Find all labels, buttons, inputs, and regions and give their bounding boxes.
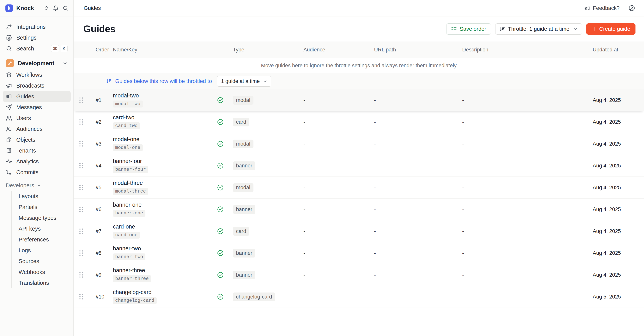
sidebar-item-api-keys[interactable]: API keys [17, 223, 71, 234]
guide-name[interactable]: banner-one [113, 202, 217, 208]
guide-name[interactable]: changelog-card [113, 289, 217, 295]
logo-letter: k [8, 5, 10, 11]
sidebar-item-label: Analytics [16, 158, 39, 165]
drag-handle-icon[interactable] [80, 294, 83, 300]
drag-handle-icon[interactable] [80, 163, 83, 168]
feedback-button[interactable]: Feedback? [584, 5, 620, 11]
shortcut-key-k: K [60, 45, 68, 52]
sidebar-item-layouts[interactable]: Layouts [17, 191, 71, 202]
sidebar-item-messages[interactable]: Messages [3, 102, 71, 113]
column-header-name-key: Name/Key [113, 47, 217, 53]
bell-icon[interactable] [53, 5, 59, 11]
order-cell: #7 [90, 228, 113, 234]
guide-name[interactable]: banner-four [113, 158, 217, 164]
sidebar-item-settings[interactable]: Settings [3, 32, 71, 43]
chevrons-up-down-icon[interactable] [44, 5, 49, 11]
updated-at-cell: Aug 4, 2025 [590, 163, 644, 169]
table-row[interactable]: #5 modal-threemodal-three modal - - - Au… [74, 177, 644, 198]
search-icon[interactable] [62, 5, 68, 11]
sidebar-item-commits[interactable]: Commits [3, 167, 71, 178]
table-row[interactable]: #4 banner-fourbanner-four banner - - - A… [74, 155, 644, 177]
table-row[interactable]: #7 card-onecard-one card - - - Aug 4, 20… [74, 220, 644, 242]
chevron-down-icon [263, 79, 268, 84]
url-path-cell: - [372, 97, 460, 103]
guide-name[interactable]: card-one [113, 224, 217, 229]
sidebar-item-analytics[interactable]: Analytics [3, 156, 71, 167]
environment-name: Development [18, 60, 54, 66]
audience-cell: - [301, 119, 372, 125]
sidebar-item-logs[interactable]: Logs [17, 245, 71, 256]
drag-handle-icon[interactable] [80, 141, 83, 147]
copy-pages-icon [6, 137, 12, 143]
updated-at-cell: Aug 4, 2025 [590, 141, 644, 147]
status-check-circle-icon [217, 140, 224, 147]
sidebar-item-users[interactable]: Users [3, 113, 71, 124]
chevron-down-icon [573, 26, 578, 31]
throttle-dropdown-button[interactable]: Throttle: 1 guide at a time [495, 23, 582, 35]
sidebar-item-audiences[interactable]: Audiences [3, 124, 71, 134]
sort-descending-icon [499, 26, 505, 32]
audience-cell: - [301, 272, 372, 278]
gear-icon [6, 35, 12, 41]
table-row[interactable]: #9 banner-threebanner-three banner - - -… [74, 264, 644, 286]
sidebar-item-integrations[interactable]: Integrations [3, 21, 71, 32]
drag-handle-icon[interactable] [80, 207, 83, 212]
sidebar-item-webhooks[interactable]: Webhooks [17, 267, 71, 277]
status-check-circle-icon [217, 162, 224, 169]
sidebar-item-guides[interactable]: Guides [3, 91, 71, 102]
sidebar-item-preferences[interactable]: Preferences [17, 234, 71, 245]
type-badge: card [233, 227, 250, 236]
sidebar-item-sources[interactable]: Sources [17, 256, 71, 267]
description-cell: - [460, 185, 590, 191]
workspace-header: k Knock [0, 0, 74, 16]
sidebar-item-broadcasts[interactable]: Broadcasts [3, 80, 71, 91]
drag-handle-icon[interactable] [80, 119, 83, 125]
drag-handle-icon[interactable] [80, 97, 83, 103]
sidebar-item-label: Webhooks [18, 269, 45, 275]
guide-name[interactable]: modal-three [113, 180, 217, 186]
guide-name[interactable]: banner-two [113, 246, 217, 251]
arrows-exchange-icon [6, 24, 12, 30]
sidebar-item-workflows[interactable]: Workflows [3, 69, 71, 80]
guide-name[interactable]: modal-two [113, 93, 217, 98]
drag-handle-icon[interactable] [80, 250, 83, 256]
sidebar-item-translations[interactable]: Translations [17, 277, 71, 288]
guide-name[interactable]: modal-one [113, 137, 217, 142]
drag-handle-icon[interactable] [80, 228, 83, 234]
sidebar-item-label: Broadcasts [16, 83, 44, 89]
environment-switcher[interactable]: Development [3, 57, 71, 69]
topbar-breadcrumb: Guides [84, 5, 101, 11]
create-guide-button[interactable]: Create guide [586, 23, 636, 35]
guide-key: banner-one [113, 210, 146, 217]
sidebar-item-label: Guides [16, 93, 34, 100]
sidebar-item-message-types[interactable]: Message types [17, 212, 71, 223]
developers-section-toggle[interactable]: Developers [3, 180, 71, 190]
table-row[interactable]: #1 modal-twomodal-two modal - - - Aug 4,… [74, 89, 644, 111]
type-badge: banner [233, 271, 256, 279]
save-order-button[interactable]: Save order [446, 23, 491, 35]
sidebar-item-partials[interactable]: Partials [17, 202, 71, 212]
sidebar-item-label: Messages [16, 104, 42, 111]
guide-key: card-one [113, 232, 140, 239]
sidebar-item-tenants[interactable]: Tenants [3, 145, 71, 156]
order-cell: #5 [90, 185, 113, 191]
table-row[interactable]: #8 banner-twobanner-two banner - - - Aug… [74, 242, 644, 264]
megaphone-icon [6, 83, 12, 89]
table-row[interactable]: #6 banner-onebanner-one banner - - - Aug… [74, 198, 644, 220]
table-row[interactable]: #3 modal-onemodal-one modal - - - Aug 4,… [74, 133, 644, 155]
guide-name[interactable]: banner-three [113, 268, 217, 273]
drag-handle-icon[interactable] [80, 272, 83, 278]
throttle-value-select[interactable]: 1 guide at a time [217, 76, 271, 87]
table-row[interactable]: #2 card-twocard-two card - - - Aug 4, 20… [74, 111, 644, 133]
drag-handle-icon[interactable] [80, 185, 83, 190]
order-cell: #8 [90, 250, 113, 256]
user-avatar-icon[interactable] [628, 5, 635, 11]
updated-at-cell: Aug 4, 2025 [590, 97, 644, 103]
search-icon [6, 45, 12, 52]
sidebar-item-objects[interactable]: Objects [3, 134, 71, 145]
throttle-ignore-dropzone[interactable]: Move guides here to ignore the throttle … [74, 58, 644, 73]
table-row[interactable]: #10 changelog-cardchangelog-card changel… [74, 286, 644, 308]
sidebar-item-search[interactable]: Search ⌘ K [3, 43, 71, 54]
guide-name[interactable]: card-two [113, 115, 217, 120]
description-cell: - [460, 141, 590, 147]
